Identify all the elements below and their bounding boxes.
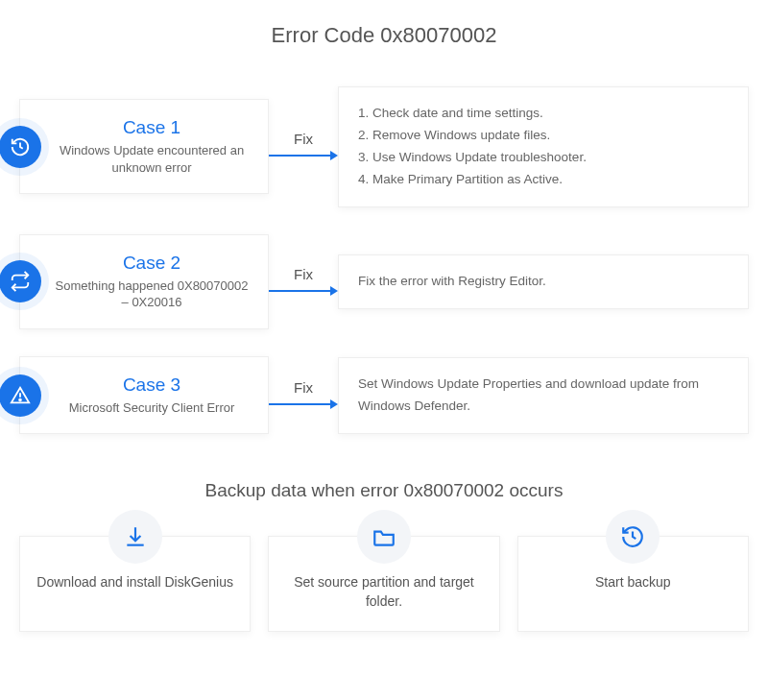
fix-connector: Fix — [269, 379, 338, 411]
fix-connector: Fix — [269, 131, 338, 162]
fix-steps-list: Check date and time settings. Remove Win… — [358, 103, 729, 191]
retweet-icon — [0, 260, 41, 302]
fix-panel-3: Set Windows Update Properties and downlo… — [338, 357, 749, 434]
case-title: Case 3 — [53, 374, 251, 396]
fix-label: Fix — [294, 379, 313, 396]
case-title: Case 1 — [53, 117, 251, 138]
fix-step: Check date and time settings. — [358, 103, 729, 125]
arrow-icon — [269, 149, 338, 162]
backup-title: Backup data when error 0x80070002 occurs — [19, 480, 749, 501]
case-desc: Windows Update encountered an unknown er… — [53, 142, 251, 176]
fix-label: Fix — [294, 266, 313, 282]
svg-marker-3 — [330, 286, 338, 296]
fix-connector: Fix — [269, 266, 338, 298]
clock-icon — [606, 510, 660, 564]
case-card-2: Case 2 Something happened 0X80070002 – 0… — [19, 234, 269, 329]
case-row-3: Case 3 Microsoft Security Client Error F… — [19, 356, 749, 435]
case-card-1: Case 1 Windows Update encountered an unk… — [19, 99, 269, 194]
fix-panel-2: Fix the error with Registry Editor. — [338, 254, 749, 309]
case-row-2: Case 2 Something happened 0X80070002 – 0… — [19, 234, 749, 329]
page-title: Error Code 0x80070002 — [19, 23, 749, 48]
fix-step: Use Windows Update troubleshooter. — [358, 147, 729, 169]
case-card-3: Case 3 Microsoft Security Client Error — [19, 356, 269, 435]
backup-step-label: Start backup — [530, 573, 736, 592]
case-title: Case 2 — [53, 253, 251, 274]
backup-step-start: Start backup — [517, 536, 749, 631]
case-row-1: Case 1 Windows Update encountered an unk… — [19, 86, 749, 207]
backup-step-folder: Set source partition and target folder. — [268, 536, 499, 631]
svg-marker-1 — [330, 151, 338, 160]
fix-step: Remove Windows update files. — [358, 125, 729, 147]
backup-steps-row: Download and install DiskGenius Set sour… — [19, 536, 749, 631]
arrow-icon — [269, 284, 338, 298]
case-desc: Microsoft Security Client Error — [53, 399, 251, 417]
download-icon — [108, 510, 162, 564]
backup-step-label: Set source partition and target folder. — [280, 573, 487, 611]
case-desc: Something happened 0X80070002 – 0X20016 — [53, 278, 251, 311]
backup-step-label: Download and install DiskGenius — [32, 573, 238, 592]
alert-icon — [0, 374, 41, 417]
fix-label: Fix — [294, 131, 313, 147]
folder-icon — [357, 510, 411, 564]
arrow-icon — [269, 398, 338, 411]
svg-marker-7 — [330, 399, 338, 409]
backup-step-download: Download and install DiskGenius — [19, 536, 251, 631]
fix-panel-1: Check date and time settings. Remove Win… — [338, 86, 749, 207]
fix-step: Make Primary Partition as Active. — [358, 169, 729, 191]
history-icon — [0, 126, 41, 168]
svg-point-5 — [19, 398, 21, 400]
